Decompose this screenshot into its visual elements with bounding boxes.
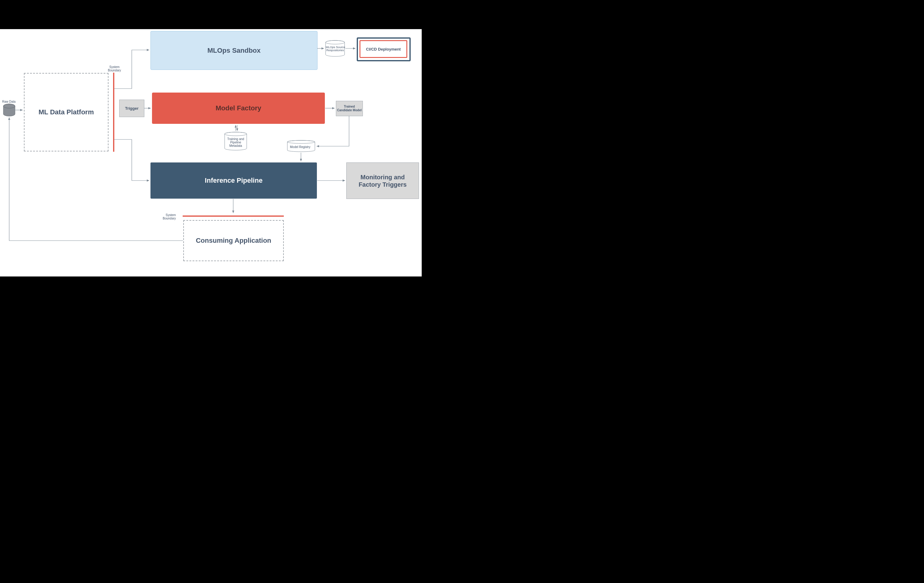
trigger-box: Trigger [119, 100, 144, 117]
mlops-sandbox-title: MLOps Sandbox [208, 46, 261, 55]
trigger-title: Trigger [125, 106, 139, 111]
consuming-application-box: Consuming Application [183, 220, 284, 261]
system-boundary-bottom-line [183, 215, 284, 217]
trained-candidate-model-title: Trained Candidate Model [337, 105, 361, 112]
inference-pipeline-title: Inference Pipeline [205, 177, 262, 185]
raw-data-label: Raw Data [2, 100, 16, 103]
ml-data-platform-box: ML Data Platform [24, 73, 109, 152]
diagram-canvas: Raw Data ML Data Platform System Boundar… [0, 29, 422, 276]
system-boundary-top-line [113, 73, 114, 152]
ml-data-platform-title: ML Data Platform [39, 108, 94, 116]
inference-pipeline-box: Inference Pipeline [150, 162, 317, 199]
system-boundary-top-label: System Boundary [108, 65, 121, 72]
training-metadata-label: Training and Pipeline Metadata [224, 137, 247, 147]
model-factory-box: Model Factory [152, 92, 325, 124]
monitoring-factory-triggers-box: Monitoring and Factory Triggers [346, 162, 419, 199]
model-factory-title: Model Factory [215, 104, 261, 112]
cicd-title: CI/CD Deployment [366, 47, 401, 51]
mlops-sandbox-box: MLOps Sandbox [150, 31, 317, 70]
cicd-inner-box: CI/CD Deployment [360, 40, 407, 58]
consuming-application-title: Consuming Application [196, 237, 271, 244]
model-registry-label: Model Registry [290, 145, 310, 149]
mlops-source-repos-label: MLOps Source Respositories [326, 46, 345, 52]
raw-data-cylinder-icon [3, 104, 15, 116]
system-boundary-bottom-label: System Boundary [163, 213, 176, 220]
monitoring-factory-triggers-title: Monitoring and Factory Triggers [358, 173, 407, 188]
trained-candidate-model-box: Trained Candidate Model [336, 101, 363, 116]
